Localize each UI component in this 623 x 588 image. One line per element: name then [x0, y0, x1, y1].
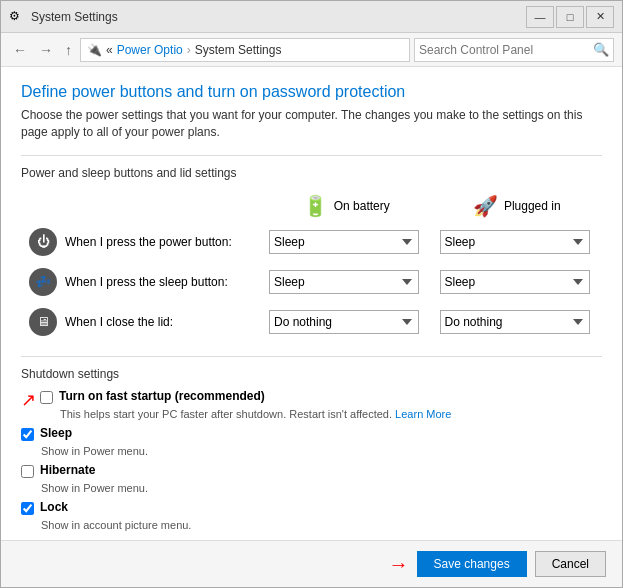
learn-more-link[interactable]: Learn More	[395, 408, 451, 420]
shutdown-item-sleep: Sleep Show in Power menu.	[21, 426, 602, 457]
title-bar-left: ⚙ System Settings	[9, 9, 118, 25]
label-col-header	[21, 190, 261, 222]
search-input[interactable]	[419, 43, 593, 57]
row-label-0: ⏻ When I press the power button:	[21, 222, 261, 262]
plugged-dropdown-1[interactable]: Do nothingSleepHibernateShut down	[440, 270, 590, 294]
shutdown-section: Shutdown settings ↗ Turn on fast startup…	[21, 367, 602, 531]
nav-bar: ← → ↑ 🔌 « Power Optio › System Settings …	[1, 33, 622, 67]
battery-dropdown-0[interactable]: Do nothingSleepHibernateShut down	[269, 230, 419, 254]
breadcrumb-arrow: ›	[187, 43, 191, 57]
shutdown-items: ↗ Turn on fast startup (recommended) Thi…	[21, 389, 602, 531]
checkbox-sub-lock: Show in account picture menu.	[41, 519, 602, 531]
plugged-header-label: Plugged in	[504, 199, 561, 213]
breadcrumb-separator: «	[106, 43, 113, 57]
checkbox-sub-fast_startup: This helps start your PC faster after sh…	[60, 408, 451, 420]
title-bar: ⚙ System Settings — □ ✕	[1, 1, 622, 33]
checkbox-sub-hibernate: Show in Power menu.	[41, 482, 602, 494]
fast-startup-arrow: ↗	[21, 389, 36, 411]
window-icon: ⚙	[9, 9, 25, 25]
plugged-dropdown-cell-2: Do nothingSleepHibernateShut down	[432, 302, 603, 342]
checkbox-label-hibernate: Hibernate	[40, 463, 95, 477]
row-icon-2: 🖥	[29, 308, 57, 336]
plugged-header: 🚀 Plugged in	[440, 194, 595, 218]
checkbox-lock[interactable]	[21, 502, 34, 515]
up-button[interactable]: ↑	[61, 40, 76, 60]
plugged-dropdown-2[interactable]: Do nothingSleepHibernateShut down	[440, 310, 590, 334]
checkbox-row-hibernate: Hibernate	[21, 463, 602, 478]
table-row: 🖥 When I close the lid: Do nothingSleepH…	[21, 302, 602, 342]
title-bar-controls: — □ ✕	[526, 6, 614, 28]
checkbox-row-sleep: Sleep	[21, 426, 602, 441]
plugged-dropdown-cell-0: Do nothingSleepHibernateShut down	[432, 222, 603, 262]
shutdown-item-hibernate: Hibernate Show in Power menu.	[21, 463, 602, 494]
power-section-title: Power and sleep buttons and lid settings	[21, 166, 602, 180]
footer: → Save changes Cancel	[1, 540, 622, 587]
close-button[interactable]: ✕	[586, 6, 614, 28]
battery-col-header: 🔋 On battery	[261, 190, 432, 222]
battery-dropdown-cell-0: Do nothingSleepHibernateShut down	[261, 222, 432, 262]
forward-button[interactable]: →	[35, 40, 57, 60]
row-text-2: When I close the lid:	[65, 315, 173, 329]
battery-dropdown-cell-1: Do nothingSleepHibernateShut down	[261, 262, 432, 302]
plugged-col-header: 🚀 Plugged in	[432, 190, 603, 222]
plug-icon: 🚀	[473, 194, 498, 218]
row-icon-1: 💤	[29, 268, 57, 296]
checkbox-hibernate[interactable]	[21, 465, 34, 478]
row-text-1: When I press the sleep button:	[65, 275, 228, 289]
battery-dropdown-2[interactable]: Do nothingSleepHibernateShut down	[269, 310, 419, 334]
cancel-button[interactable]: Cancel	[535, 551, 606, 577]
divider-top	[21, 155, 602, 156]
table-row: 💤 When I press the sleep button: Do noth…	[21, 262, 602, 302]
checkbox-row-lock: Lock	[21, 500, 602, 515]
table-row: ⏻ When I press the power button: Do noth…	[21, 222, 602, 262]
row-label-2: 🖥 When I close the lid:	[21, 302, 261, 342]
breadcrumb: 🔌 « Power Optio › System Settings	[80, 38, 410, 62]
minimize-button[interactable]: —	[526, 6, 554, 28]
plugged-dropdown-cell-1: Do nothingSleepHibernateShut down	[432, 262, 603, 302]
checkbox-row-fast_startup: Turn on fast startup (recommended)	[40, 389, 451, 404]
battery-header-label: On battery	[334, 199, 390, 213]
battery-dropdown-cell-2: Do nothingSleepHibernateShut down	[261, 302, 432, 342]
checkbox-label-lock: Lock	[40, 500, 68, 514]
breadcrumb-icon: 🔌	[87, 43, 102, 57]
checkbox-label-sleep: Sleep	[40, 426, 72, 440]
shutdown-item-fast_startup: ↗ Turn on fast startup (recommended) Thi…	[21, 389, 602, 426]
row-text-0: When I press the power button:	[65, 235, 232, 249]
shutdown-title: Shutdown settings	[21, 367, 602, 381]
page-title: Define power buttons and turn on passwor…	[21, 83, 602, 101]
row-label-1: 💤 When I press the sleep button:	[21, 262, 261, 302]
window-title: System Settings	[31, 10, 118, 24]
search-icon: 🔍	[593, 42, 609, 57]
checkbox-fast_startup[interactable]	[40, 391, 53, 404]
back-button[interactable]: ←	[9, 40, 31, 60]
page-description: Choose the power settings that you want …	[21, 107, 602, 141]
settings-table: 🔋 On battery 🚀 Plugged in ⏻	[21, 190, 602, 342]
row-icon-0: ⏻	[29, 228, 57, 256]
shutdown-item-lock: Lock Show in account picture menu.	[21, 500, 602, 531]
system-settings-window: ⚙ System Settings — □ ✕ ← → ↑ 🔌 « Power …	[0, 0, 623, 588]
plugged-dropdown-0[interactable]: Do nothingSleepHibernateShut down	[440, 230, 590, 254]
breadcrumb-system-settings: System Settings	[195, 43, 282, 57]
checkbox-sleep[interactable]	[21, 428, 34, 441]
save-changes-button[interactable]: Save changes	[417, 551, 527, 577]
content-area: Define power buttons and turn on passwor…	[1, 67, 622, 540]
breadcrumb-power-options[interactable]: Power Optio	[117, 43, 183, 57]
arrow-indicator: →	[389, 553, 409, 576]
battery-icon: 🔋	[303, 194, 328, 218]
battery-dropdown-1[interactable]: Do nothingSleepHibernateShut down	[269, 270, 419, 294]
search-box: 🔍	[414, 38, 614, 62]
checkbox-label-fast_startup: Turn on fast startup (recommended)	[59, 389, 265, 403]
divider-mid	[21, 356, 602, 357]
maximize-button[interactable]: □	[556, 6, 584, 28]
checkbox-sub-sleep: Show in Power menu.	[41, 445, 602, 457]
battery-header: 🔋 On battery	[269, 194, 424, 218]
